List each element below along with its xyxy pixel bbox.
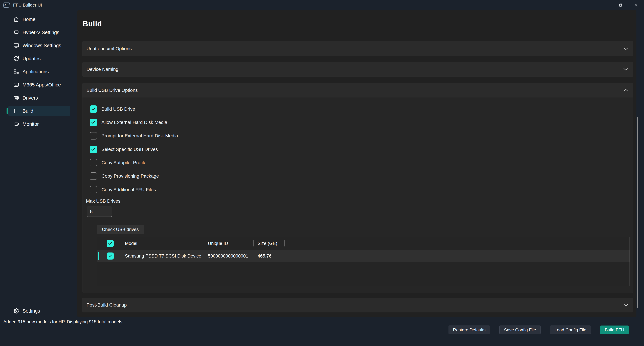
checkbox-row-copy-additional-ffu: Copy Additional FFU Files — [90, 186, 156, 194]
status-message: Added 915 new models for HP. Displaying … — [3, 319, 124, 324]
usb-drive-table-row[interactable]: Samsung PSSD T7 SCSI Disk Device 5000000… — [98, 250, 630, 262]
check-icon — [91, 147, 96, 152]
sidebar-item-build[interactable]: Build — [8, 106, 70, 116]
usb-drives-table: Model Unique ID Size (GB) Samsung PSSD T… — [97, 237, 630, 286]
checkbox-allow-external-hdd[interactable] — [90, 119, 97, 126]
titlebar: >_ FFU Builder UI — [0, 0, 644, 10]
sidebar: Home Hyper-V Settings Windows Settings U… — [0, 10, 74, 346]
sidebar-item-updates[interactable]: Updates — [8, 53, 70, 64]
column-separator — [122, 240, 122, 246]
checkbox-row-copy-autopilot-profile: Copy Autopilot Profile — [90, 159, 146, 166]
sidebar-item-label: Drivers — [22, 95, 38, 101]
sidebar-divider — [10, 300, 67, 300]
sidebar-item-applications[interactable]: Applications — [8, 66, 70, 77]
checkbox-copy-additional-ffu[interactable] — [90, 186, 97, 194]
sidebar-item-label: Windows Settings — [22, 43, 61, 48]
build-usb-options-content: Build USB Drive Allow External Hard Disk… — [82, 98, 634, 293]
sidebar-item-label: Home — [22, 16, 36, 22]
monitor-icon — [14, 43, 19, 48]
checkbox-row-prompt-external-hdd: Prompt for External Hard Disk Media — [90, 132, 178, 140]
checkbox-label: Prompt for External Hard Disk Media — [102, 133, 178, 138]
chevron-down-icon[interactable] — [623, 47, 628, 50]
column-header-unique-id[interactable]: Unique ID — [208, 241, 228, 246]
footer-actions: Restore Defaults Save Config File Load C… — [448, 326, 629, 334]
home-icon — [14, 16, 19, 22]
checkbox-select-specific-usb[interactable] — [90, 146, 97, 153]
sidebar-item-label: M365 Apps/Office — [22, 82, 61, 88]
gamepad-icon — [14, 121, 19, 127]
chip-icon — [14, 95, 19, 101]
sidebar-item-monitor[interactable]: Monitor — [8, 119, 70, 130]
sidebar-item-label: Build — [22, 108, 34, 114]
sidebar-item-drivers[interactable]: Drivers — [8, 92, 70, 103]
check-icon — [91, 120, 96, 125]
checkbox-prompt-external-hdd[interactable] — [90, 132, 97, 140]
scrollbar-thumb[interactable] — [637, 117, 638, 308]
usb-table-header: Model Unique ID Size (GB) — [98, 237, 630, 250]
expander-post-build-cleanup[interactable]: Post-Build Cleanup — [82, 298, 634, 312]
gear-icon — [14, 308, 19, 314]
expander-device-naming[interactable]: Device Naming — [82, 62, 634, 77]
expander-label: Post-Build Cleanup — [86, 302, 127, 308]
expander-label: Unattend.xml Options — [86, 46, 132, 51]
checkbox-label: Build USB Drive — [102, 106, 135, 112]
restore-defaults-button[interactable]: Restore Defaults — [448, 326, 490, 334]
expander-label: Device Naming — [86, 67, 118, 72]
checkbox-label: Allow External Hard Disk Media — [102, 120, 167, 125]
check-icon — [91, 107, 96, 112]
app-window-icon — [14, 82, 19, 88]
expander-unattend-xml-options[interactable]: Unattend.xml Options — [82, 41, 634, 56]
build-ffu-button[interactable]: Build FFU — [600, 326, 629, 334]
checkbox-copy-provisioning-package[interactable] — [90, 172, 97, 180]
chevron-down-icon[interactable] — [623, 303, 628, 307]
chevron-up-icon[interactable] — [623, 89, 628, 92]
column-header-model[interactable]: Model — [125, 241, 137, 246]
close-icon — [634, 3, 638, 7]
max-usb-drives-input[interactable] — [87, 206, 112, 217]
restore-button[interactable] — [613, 0, 628, 10]
sidebar-item-label: Settings — [22, 308, 40, 314]
row-checkbox[interactable] — [107, 252, 114, 260]
sidebar-item-hyperv-settings[interactable]: Hyper-V Settings — [8, 27, 70, 38]
checkbox-row-copy-provisioning-package: Copy Provisioning Package — [90, 172, 159, 180]
chevron-down-icon[interactable] — [623, 68, 628, 71]
sidebar-item-windows-settings[interactable]: Windows Settings — [8, 40, 70, 51]
column-separator — [284, 240, 285, 246]
load-config-file-button[interactable]: Load Config File — [550, 326, 591, 334]
window-title: FFU Builder UI — [13, 2, 42, 8]
check-icon — [108, 241, 112, 246]
checkbox-copy-autopilot-profile[interactable] — [90, 159, 97, 166]
checkbox-label: Select Specific USB Drives — [102, 147, 158, 152]
expander-build-usb-drive-options[interactable]: Build USB Drive Options — [82, 83, 634, 98]
sidebar-item-label: Updates — [22, 56, 41, 62]
restore-icon — [619, 3, 623, 7]
close-button[interactable] — [628, 0, 644, 10]
refresh-icon — [14, 56, 19, 62]
braces-icon — [14, 108, 19, 114]
select-all-checkbox[interactable] — [107, 240, 114, 247]
minimize-icon — [603, 3, 608, 7]
cell-size-gb: 465.76 — [258, 254, 272, 259]
checkbox-build-usb-drive[interactable] — [90, 106, 97, 113]
sidebar-item-label: Hyper-V Settings — [22, 30, 59, 35]
page-title: Build — [82, 20, 102, 28]
checkbox-row-allow-external-hdd: Allow External Hard Disk Media — [90, 118, 167, 126]
layout-list-icon — [14, 69, 19, 74]
nav-list: Home Hyper-V Settings Windows Settings U… — [0, 14, 74, 130]
sidebar-item-label: Applications — [22, 69, 49, 74]
sidebar-item-settings[interactable]: Settings — [8, 306, 70, 316]
sidebar-item-home[interactable]: Home — [8, 14, 70, 25]
window-controls — [598, 0, 644, 10]
cell-model: Samsung PSSD T7 SCSI Disk Device — [125, 254, 201, 259]
column-separator — [203, 240, 203, 246]
main-content-panel: Build Unattend.xml Options Device Naming… — [77, 10, 636, 317]
laptop-icon — [14, 30, 19, 35]
sidebar-item-m365-apps-office[interactable]: M365 Apps/Office — [8, 80, 70, 90]
checkbox-row-build-usb-drive: Build USB Drive — [90, 105, 135, 113]
powershell-app-icon: >_ — [3, 2, 10, 8]
column-header-size-gb[interactable]: Size (GB) — [258, 241, 277, 246]
row-selection-indicator — [98, 252, 99, 260]
save-config-file-button[interactable]: Save Config File — [500, 326, 540, 334]
minimize-button[interactable] — [598, 0, 613, 10]
check-usb-drives-button[interactable]: Check USB drives — [97, 224, 144, 234]
